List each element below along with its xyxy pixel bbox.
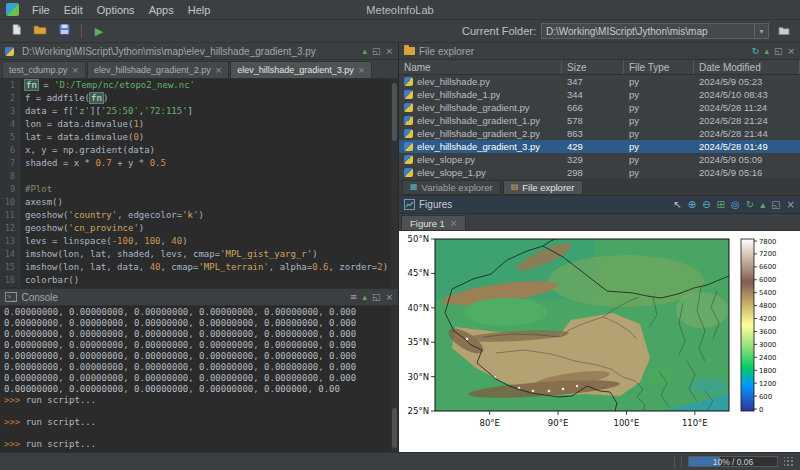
editor-tab[interactable]: elev_hillshade_gradient_3.py× bbox=[230, 61, 372, 78]
code-editor[interactable]: 1fn = 'D:/Temp/nc/etopo2_new.nc'2f = add… bbox=[0, 79, 398, 287]
table-row[interactable]: elev_hillshade_gradient_1.py578py2024/5/… bbox=[399, 114, 800, 127]
python-file-icon bbox=[404, 142, 413, 151]
zoom-in-icon[interactable]: ⊕ bbox=[688, 200, 696, 210]
menu-item-options[interactable]: Options bbox=[90, 3, 142, 17]
figure-canvas[interactable]: 80°E90°E100°E110°E 25°N30°N35°N40°N45°N5… bbox=[399, 231, 800, 452]
line-number: 5 bbox=[0, 131, 20, 144]
column-header-size[interactable]: Size bbox=[562, 60, 624, 74]
table-row[interactable]: elev_slope.py329py2024/5/9 05:09 bbox=[399, 153, 800, 166]
chevron-down-icon[interactable]: ▾ bbox=[754, 24, 768, 38]
editor-tab[interactable]: test_cdump.py× bbox=[2, 61, 86, 78]
menu-item-edit[interactable]: Edit bbox=[57, 3, 90, 17]
figure-tab[interactable]: Figure 1 × bbox=[401, 215, 466, 230]
file-name-cell: elev_slope.py bbox=[399, 153, 562, 166]
close-panel-icon[interactable]: × bbox=[385, 293, 393, 302]
code-line: 10axesm() bbox=[0, 196, 398, 209]
browse-folder-button[interactable] bbox=[774, 22, 794, 40]
code-text: geoshow('cn_province') bbox=[20, 222, 144, 235]
scrollbar-thumb[interactable] bbox=[392, 408, 397, 448]
svg-text:6600: 6600 bbox=[759, 263, 776, 271]
zoom-out-icon[interactable]: ⊖ bbox=[702, 200, 710, 210]
close-panel-icon[interactable]: × bbox=[787, 47, 795, 56]
figure-tabbar: Figure 1 × bbox=[399, 214, 800, 231]
float-panel-icon[interactable]: ◱ bbox=[774, 47, 783, 56]
console-line: 0.00000000, 0.00000000, 0.00000000, 0.00… bbox=[4, 351, 394, 362]
expand-panel-icon[interactable]: ▴ bbox=[760, 200, 765, 210]
memory-progress[interactable]: 10% / 0.06 bbox=[688, 456, 778, 467]
menu-item-apps[interactable]: Apps bbox=[142, 3, 181, 17]
close-panel-icon[interactable]: × bbox=[385, 47, 393, 56]
close-tab-icon[interactable]: × bbox=[215, 65, 223, 75]
rotate-icon[interactable]: ↻ bbox=[746, 200, 754, 210]
console-text: 0.00000000, 0.00000000, 0.00000000, 0.00… bbox=[4, 329, 356, 339]
menu-item-file[interactable]: File bbox=[25, 3, 57, 17]
table-row[interactable]: elev_hillshade_1.py344py2024/5/10 08:43 bbox=[399, 88, 800, 101]
column-header-file-type[interactable]: File Type bbox=[624, 60, 694, 74]
close-tab-icon[interactable]: × bbox=[358, 65, 366, 75]
file-explorer-panel: File explorer ↻▴◱× NameSizeFile TypeDate… bbox=[399, 43, 800, 196]
code-text: lon = data.dimvalue(1) bbox=[20, 118, 144, 131]
svg-text:7800: 7800 bbox=[759, 238, 776, 246]
file-type: py bbox=[624, 101, 694, 114]
menu-item-help[interactable]: Help bbox=[181, 3, 218, 17]
table-row[interactable]: elev_hillshade_gradient_2.py863py2024/5/… bbox=[399, 127, 800, 140]
figure-tab-label: Figure 1 bbox=[410, 218, 445, 229]
table-row[interactable]: elev_hillshade.py347py2024/5/9 05:23 bbox=[399, 75, 800, 88]
statusbar-separator bbox=[681, 457, 682, 467]
editor-scrollbar[interactable] bbox=[391, 79, 398, 287]
console-scrollbar[interactable] bbox=[391, 306, 398, 452]
code-text: geoshow('country', edgecolor='k') bbox=[20, 209, 204, 222]
console-output[interactable]: 0.00000000, 0.00000000, 0.00000000, 0.00… bbox=[0, 306, 398, 452]
svg-text:30°N: 30°N bbox=[408, 372, 429, 382]
table-row[interactable]: elev_slope_1.py298py2024/5/9 05:16 bbox=[399, 166, 800, 179]
file-name: elev_hillshade_1.py bbox=[417, 89, 500, 100]
save-button[interactable] bbox=[54, 22, 74, 40]
select-icon[interactable]: ↖ bbox=[673, 200, 681, 210]
close-tab-icon[interactable]: × bbox=[72, 65, 80, 75]
column-header-date-modified[interactable]: Date Modified bbox=[694, 60, 800, 74]
line-number: 2 bbox=[0, 92, 20, 105]
svg-text:40°N: 40°N bbox=[408, 303, 429, 313]
file-type: py bbox=[624, 153, 694, 166]
menu-icon[interactable]: ≡ bbox=[350, 293, 358, 302]
current-folder-group: Current Folder: D:\Working\MIScript\Jyth… bbox=[462, 22, 794, 40]
new-file-button[interactable] bbox=[6, 22, 26, 40]
expand-panel-icon[interactable]: ▴ bbox=[362, 293, 367, 302]
open-file-button[interactable] bbox=[30, 22, 50, 40]
tab-file-explorer[interactable]: ▤File explorer bbox=[503, 180, 583, 195]
expand-panel-icon[interactable]: ▴ bbox=[362, 47, 367, 56]
current-folder-combobox[interactable]: D:\Working\MIScript\Jython\mis\map ▾ bbox=[541, 23, 769, 39]
figures-icon bbox=[404, 196, 415, 214]
resize-grip-icon[interactable] bbox=[784, 457, 794, 467]
colorbar bbox=[741, 239, 754, 411]
refresh-icon[interactable]: ↻ bbox=[752, 47, 760, 56]
svg-text:4800: 4800 bbox=[759, 302, 776, 310]
right-column: File explorer ↻▴◱× NameSizeFile TypeDate… bbox=[399, 43, 800, 452]
full-extent-icon[interactable]: ◎ bbox=[731, 200, 740, 210]
float-panel-icon[interactable]: ◱ bbox=[372, 47, 381, 56]
code-line: 11geoshow('country', edgecolor='k') bbox=[0, 209, 398, 222]
console-line: 0.00000000, 0.00000000, 0.00000000, 0.00… bbox=[4, 318, 394, 329]
file-date: 2024/5/9 05:09 bbox=[694, 153, 800, 166]
editor-panel-controls: ▴◱× bbox=[362, 47, 393, 56]
console-icon: >_ bbox=[5, 292, 17, 302]
float-panel-icon[interactable]: ◱ bbox=[771, 200, 780, 210]
run-script-button[interactable]: ▶ bbox=[89, 22, 109, 40]
code-line: 1fn = 'D:/Temp/nc/etopo2_new.nc' bbox=[0, 79, 398, 92]
table-row[interactable]: elev_hillshade_gradient_3.py429py2024/5/… bbox=[399, 140, 800, 153]
scrollbar-thumb[interactable] bbox=[392, 83, 397, 141]
close-tab-icon[interactable]: × bbox=[450, 218, 458, 228]
table-row[interactable]: elev_hillshade_gradient.py666py2024/5/28… bbox=[399, 101, 800, 114]
float-panel-icon[interactable]: ◱ bbox=[372, 293, 381, 302]
expand-panel-icon[interactable]: ▴ bbox=[764, 47, 769, 56]
pan-icon[interactable]: ⊞ bbox=[717, 200, 725, 210]
python-file-icon bbox=[404, 155, 413, 164]
svg-text:4200: 4200 bbox=[759, 315, 776, 323]
console-text: 0.00000000, 0.00000000, 0.00000000, 0.00… bbox=[4, 384, 340, 394]
svg-text:90°E: 90°E bbox=[548, 418, 568, 428]
figures-panel: Figures ↖⊕⊖⊞◎↻▴◱× Figure 1 × bbox=[399, 196, 800, 452]
close-panel-icon[interactable]: × bbox=[787, 200, 795, 210]
column-header-name[interactable]: Name bbox=[399, 60, 562, 74]
tab-variable-explorer[interactable]: ▦Variable explorer bbox=[402, 180, 501, 195]
editor-tab[interactable]: elev_hillshade_gradient_2.py× bbox=[87, 61, 229, 78]
